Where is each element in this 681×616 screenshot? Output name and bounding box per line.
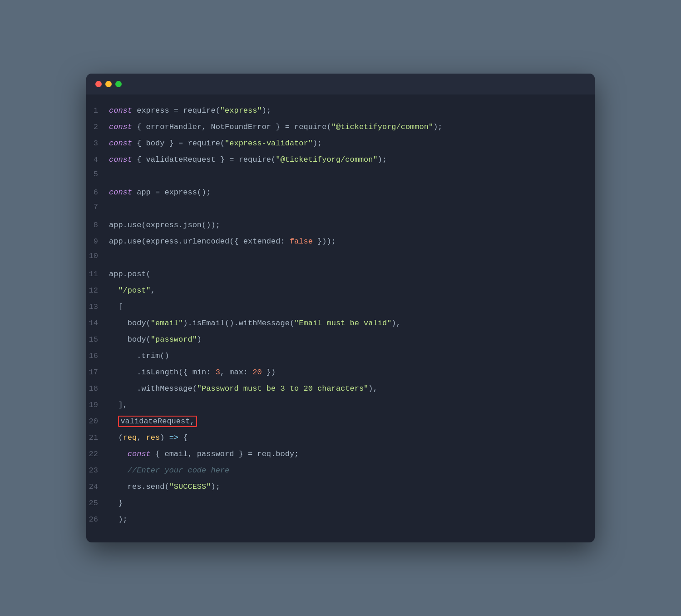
line-content: const { validateRequest } = require("@ti… [109,154,387,166]
plain-token: ).isEmail().withMessage( [183,319,294,328]
num-token: 3 [216,368,220,377]
line-content: app.use(express.urlencoded({ extended: f… [109,235,336,248]
line-number: 11 [86,270,109,278]
plain-token: body( [109,335,151,344]
line-number: 19 [86,401,109,409]
str-token: "@ticketifyorg/common" [276,155,377,164]
str-token: "email" [151,319,183,328]
plain-token [109,286,118,295]
plain-token: app.use(express.json()); [109,221,220,229]
plain-token: app = express(); [132,188,211,197]
code-line: 17 .isLength({ min: 3, max: 20 }) [86,365,595,382]
code-line: 15 body("password") [86,333,595,349]
code-line: 12 "/post", [86,283,595,300]
line-content: "/post", [109,284,155,297]
line-number: 5 [86,170,109,179]
line-content: const app = express(); [109,186,211,199]
param-token: req [123,433,137,442]
plain-token: } [109,499,123,507]
plain-token [109,450,128,458]
param-token: res [146,433,160,442]
code-editor[interactable]: 1const express = require("express");2con… [86,94,595,542]
plain-token: app.post( [109,270,151,278]
line-content: ); [109,513,128,526]
plain-token [109,417,118,426]
plain-token: })); [313,237,336,246]
titlebar [86,74,595,94]
line-content: [ [109,301,123,313]
plain-token: { errorHandler, NotFoundError } = requir… [132,123,331,131]
code-line: 20 validateRequest, [86,414,595,431]
plain-token: ), [368,384,377,393]
plain-token: ( [109,433,123,442]
code-line: 19 ], [86,398,595,414]
code-line: 3const { body } = require("express-valid… [86,136,595,153]
plain-token: , max: [220,368,252,377]
line-number: 25 [86,499,109,507]
line-number: 12 [86,286,109,295]
maximize-button[interactable] [115,81,122,87]
line-content: const express = require("express"); [109,104,271,117]
line-number: 15 [86,335,109,344]
line-content: .isLength({ min: 3, max: 20 }) [109,366,276,378]
plain-token: .withMessage( [109,384,197,393]
arrow-token: => [169,433,178,442]
code-line: 24 res.send("SUCCESS"); [86,480,595,496]
kw-token: const [109,155,132,164]
kw-token: const [128,450,151,458]
plain-token: ); [211,482,220,491]
line-number: 2 [86,123,109,131]
line-content: //Enter your code here [109,464,229,477]
plain-token: .trim() [109,352,169,360]
code-line: 23 //Enter your code here [86,463,595,480]
plain-token: ); [313,139,322,148]
line-number: 20 [86,417,109,426]
line-number: 23 [86,466,109,475]
line-number: 1 [86,106,109,115]
code-line: 16 .trim() [86,349,595,365]
code-line: 22 const { email, password } = req.body; [86,447,595,463]
code-line: 7 [86,202,595,218]
plain-token: }) [262,368,276,377]
str-token: "Password must be 3 to 20 characters" [197,384,368,393]
plain-token: body( [109,319,151,328]
kw-token: const [109,106,132,115]
line-content: .trim() [109,350,169,362]
kw-token: const [109,139,132,148]
line-number: 18 [86,384,109,393]
plain-token: , [137,433,146,442]
highlighted-code: validateRequest, [118,416,197,427]
line-number: 9 [86,237,109,246]
plain-token: express = require( [132,106,220,115]
line-content: .withMessage("Password must be 3 to 20 c… [109,383,378,395]
plain-token: { validateRequest } = require( [132,155,276,164]
minimize-button[interactable] [105,81,112,87]
code-line: 25 } [86,496,595,512]
line-content: validateRequest, [109,415,197,427]
plain-token: , [151,286,155,295]
comment-token: //Enter your code here [109,466,229,475]
plain-token: app.use(express.urlencoded({ extended: [109,237,290,246]
plain-token: ); [378,155,387,164]
str-token: "Email must be valid" [294,319,391,328]
line-number: 26 [86,515,109,524]
code-line: 8app.use(express.json()); [86,218,595,234]
line-content: app.post( [109,268,151,280]
line-number: 3 [86,139,109,148]
plain-token: ); [109,515,128,524]
close-button[interactable] [95,81,102,87]
code-window: 1const express = require("express");2con… [86,74,595,542]
line-number: 6 [86,188,109,197]
kw-token: const [109,123,132,131]
line-number: 16 [86,352,109,360]
line-content: app.use(express.json()); [109,219,220,231]
line-number: 14 [86,319,109,328]
line-number: 7 [86,203,109,211]
kw-token: const [109,188,132,197]
str-token: "password" [151,335,197,344]
line-number: 13 [86,303,109,311]
plain-token: ); [262,106,271,115]
line-number: 8 [86,221,109,229]
code-line: 5 [86,169,595,185]
plain-token: ], [109,401,128,409]
